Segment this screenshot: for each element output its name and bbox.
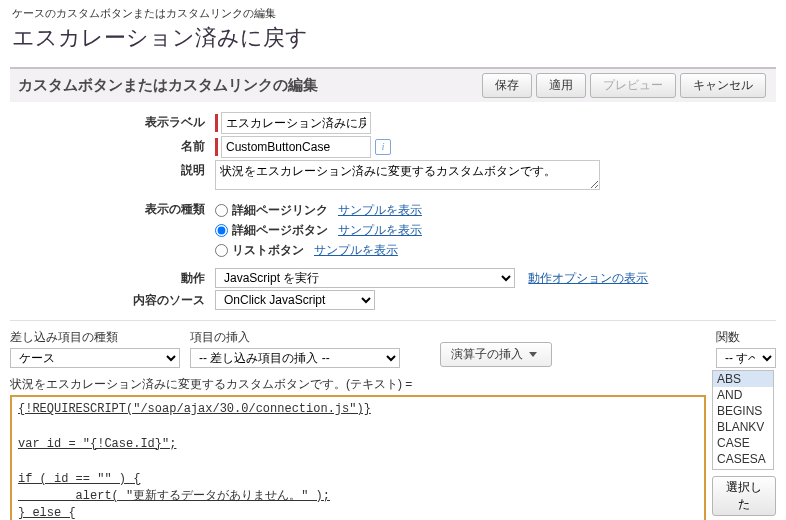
operator-insert-button[interactable]: 演算子の挿入 <box>440 342 552 367</box>
insert-selected-function-button[interactable]: 選択した <box>712 476 776 516</box>
required-indicator <box>215 138 218 156</box>
display-type-label: 表示の種類 <box>10 199 215 219</box>
display-type-option-button: 詳細ページボタン <box>232 222 328 239</box>
display-type-option-list: リストボタン <box>232 242 304 259</box>
functions-list[interactable]: ABS AND BEGINS BLANKV CASE CASESA <box>712 370 774 470</box>
functions-label: 関数 <box>716 329 776 346</box>
sample-link[interactable]: サンプルを表示 <box>338 202 422 219</box>
function-option[interactable]: CASE <box>713 435 773 451</box>
function-option[interactable]: BLANKV <box>713 419 773 435</box>
merge-field-insert-select[interactable]: -- 差し込み項目の挿入 -- <box>190 348 400 368</box>
behavior-label: 動作 <box>10 268 215 288</box>
preview-button[interactable]: プレビュー <box>590 73 676 98</box>
sample-link[interactable]: サンプルを表示 <box>338 222 422 239</box>
required-indicator <box>215 114 218 132</box>
description-textarea[interactable]: 状況をエスカレーション済みに変更するカスタムボタンです。 <box>215 160 600 190</box>
name-label: 名前 <box>10 136 215 156</box>
apply-button[interactable]: 適用 <box>536 73 586 98</box>
function-option[interactable]: CASESA <box>713 451 773 467</box>
behavior-select[interactable]: JavaScript を実行 <box>215 268 515 288</box>
breadcrumb: ケースのカスタムボタンまたはカスタムリンクの編集 <box>12 6 776 21</box>
content-source-label: 内容のソース <box>10 290 215 310</box>
display-type-radio-list[interactable] <box>215 244 228 257</box>
save-button[interactable]: 保存 <box>482 73 532 98</box>
function-option[interactable]: BEGINS <box>713 403 773 419</box>
behavior-options-link[interactable]: 動作オプションの表示 <box>528 271 648 285</box>
section-header: カスタムボタンまたはカスタムリンクの編集 保存 適用 プレビュー キャンセル <box>10 67 776 102</box>
display-type-option-link: 詳細ページリンク <box>232 202 328 219</box>
formula-editor[interactable]: {!REQUIRESCRIPT("/soap/ajax/30.0/connect… <box>10 395 706 520</box>
formula-description: 状況をエスカレーション済みに変更するカスタムボタンです。(テキスト) = <box>10 376 706 393</box>
description-label: 説明 <box>10 160 215 180</box>
chevron-down-icon <box>529 352 537 357</box>
page-title: エスカレーション済みに戻す <box>12 23 776 53</box>
content-source-select[interactable]: OnClick JavaScript <box>215 290 375 310</box>
section-title: カスタムボタンまたはカスタムリンクの編集 <box>18 76 480 95</box>
display-label-label: 表示ラベル <box>10 112 215 132</box>
merge-field-type-label: 差し込み項目の種類 <box>10 329 180 346</box>
display-label-input[interactable] <box>221 112 371 134</box>
name-input[interactable] <box>221 136 371 158</box>
function-option[interactable]: ABS <box>713 371 773 387</box>
merge-field-type-select[interactable]: ケース <box>10 348 180 368</box>
functions-category-select[interactable]: -- すべて <box>716 348 776 368</box>
display-type-radio-button[interactable] <box>215 224 228 237</box>
info-icon[interactable]: i <box>375 139 391 155</box>
display-type-radio-link[interactable] <box>215 204 228 217</box>
cancel-button[interactable]: キャンセル <box>680 73 766 98</box>
sample-link[interactable]: サンプルを表示 <box>314 242 398 259</box>
merge-field-insert-label: 項目の挿入 <box>190 329 400 346</box>
function-option[interactable]: AND <box>713 387 773 403</box>
